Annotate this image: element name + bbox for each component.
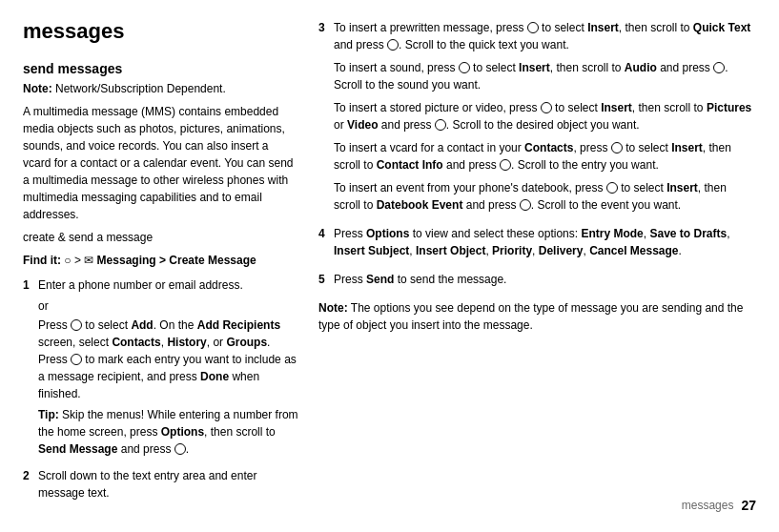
note-paragraph: Note: Network/Subscription Dependent. <box>23 80 299 97</box>
step-4-content: Press Options to view and select these o… <box>334 225 756 265</box>
circle-icon-2 <box>71 354 82 365</box>
find-it-arrow1: > <box>74 254 84 267</box>
step-1-sub: Press to select Add. On the Add Recipien… <box>38 317 299 402</box>
find-it-icon: ○ <box>64 254 74 267</box>
find-it-messaging: Messaging <box>97 254 156 267</box>
section-send-messages: send messages <box>23 61 299 76</box>
left-column: messages send messages Note: Network/Sub… <box>23 19 299 513</box>
note-label: Note: <box>23 82 52 95</box>
right-column: 3 To insert a prewritten message, press … <box>318 19 756 513</box>
create-section-title: create & send a message <box>23 229 299 246</box>
step-1-number: 1 <box>23 276 32 461</box>
circle-icon-3h <box>500 159 511 171</box>
circle-icon-3e <box>541 102 552 113</box>
step-5-content: Press Send to send the message. <box>334 271 756 294</box>
step-2-content: Scroll down to the text entry area and e… <box>38 467 299 505</box>
circle-icon-1 <box>71 319 82 331</box>
circle-icon-3c <box>459 62 470 73</box>
page-title: messages <box>23 19 299 44</box>
step-4: 4 Press Options to view and select these… <box>318 225 756 265</box>
circle-icon-3 <box>174 443 186 455</box>
step-1-content: Enter a phone number or email address. o… <box>38 276 299 461</box>
right-note: Note: The options you see depend on the … <box>318 299 756 334</box>
step-3-p2: To insert a sound, press to select Inser… <box>334 59 756 93</box>
step-2-text: Scroll down to the text entry area and e… <box>38 467 299 501</box>
circle-icon-3d <box>713 62 725 73</box>
step-1-tip: Tip: Skip the menus! While entering a nu… <box>38 406 299 458</box>
circle-icon-3j <box>520 199 531 211</box>
step-2-number: 2 <box>23 467 32 505</box>
circle-icon-3g <box>611 142 623 153</box>
find-it-arrow2: > <box>159 254 169 267</box>
right-note-text: The options you see depend on the type o… <box>318 301 743 332</box>
intro-paragraph: A multimedia message (MMS) contains embe… <box>23 103 299 223</box>
step-3-number: 3 <box>318 19 328 219</box>
step-3-p3: To insert a stored picture or video, pre… <box>334 99 756 133</box>
step-5: 5 Press Send to send the message. <box>318 271 756 294</box>
circle-icon-3i <box>606 182 618 194</box>
note-text: Network/Subscription Dependent. <box>55 82 226 95</box>
step-4-number: 4 <box>318 225 328 265</box>
step-1-main-text: Enter a phone number or email address. <box>38 276 299 294</box>
step-4-text: Press Options to view and select these o… <box>334 225 756 259</box>
step-3-p4: To insert a vcard for a contact in your … <box>334 139 756 174</box>
page-number: 27 <box>741 498 756 513</box>
step-1: 1 Enter a phone number or email address.… <box>23 276 299 461</box>
circle-icon-3b <box>387 39 399 51</box>
step-5-text: Press Send to send the message. <box>334 271 756 288</box>
find-it-messaging-icon: ✉ <box>84 254 93 267</box>
step-5-number: 5 <box>318 271 328 294</box>
step-3-p5: To insert an event from your phone's dat… <box>334 179 756 214</box>
find-it-create: Create Message <box>169 254 256 267</box>
step-2: 2 Scroll down to the text entry area and… <box>23 467 299 505</box>
right-note-label: Note: <box>318 301 348 315</box>
footer-label: messages <box>682 499 734 512</box>
find-it-line: Find it: ○ > ✉ Messaging > Create Messag… <box>23 252 299 269</box>
find-it-label: Find it: <box>23 254 61 267</box>
step-1-or: or <box>38 297 299 315</box>
step-3-p1: To insert a prewritten message, press to… <box>334 19 756 53</box>
step-3-content: To insert a prewritten message, press to… <box>334 19 756 219</box>
circle-icon-3a <box>527 22 539 33</box>
step-3: 3 To insert a prewritten message, press … <box>318 19 756 219</box>
circle-icon-3f <box>435 119 446 131</box>
footer-area: messages 27 <box>318 490 756 513</box>
